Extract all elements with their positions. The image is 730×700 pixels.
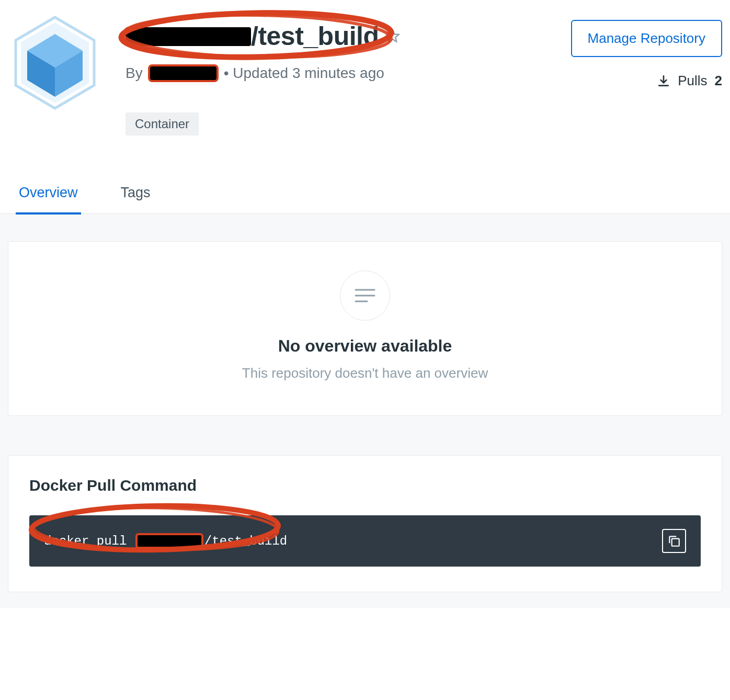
lines-icon	[355, 288, 375, 303]
pull-command-suffix: /test_build	[204, 534, 287, 548]
overview-card: No overview available This repository do…	[8, 241, 722, 416]
star-outline-icon[interactable]	[385, 29, 400, 43]
pulls-count: 2	[715, 73, 722, 89]
repo-title-suffix: /test_build	[251, 21, 379, 51]
tab-overview[interactable]: Overview	[16, 177, 81, 214]
copy-icon	[667, 534, 681, 548]
download-icon	[657, 74, 670, 88]
overview-placeholder-icon	[340, 270, 390, 321]
pull-command-text: docker pull /test_build	[44, 533, 287, 549]
title-area: /test_build By • Updated 3 minutes ago C…	[126, 10, 548, 136]
cube-icon	[10, 13, 99, 112]
repo-header: /test_build By • Updated 3 minutes ago C…	[0, 0, 730, 146]
redacted-namespace	[126, 27, 251, 46]
pulls-label: Pulls	[678, 73, 707, 89]
no-overview-title: No overview available	[29, 336, 701, 356]
redacted-pull-namespace	[135, 533, 203, 549]
updated-text: • Updated 3 minutes ago	[224, 65, 384, 82]
pull-command-card: Docker Pull Command docker pull /test_bu…	[8, 455, 722, 592]
tab-tags[interactable]: Tags	[118, 177, 154, 214]
tabs: Overview Tags	[0, 177, 730, 214]
tag-chip-container[interactable]: Container	[126, 112, 199, 136]
pull-command-box: docker pull /test_build	[29, 515, 701, 567]
pull-command-prefix: docker pull	[44, 534, 134, 548]
pulls-stat: Pulls 2	[657, 73, 722, 89]
pull-command-title: Docker Pull Command	[29, 477, 701, 494]
svg-rect-13	[672, 539, 679, 546]
redacted-author	[148, 64, 219, 82]
tag-row: Container	[126, 112, 548, 136]
svg-marker-7	[386, 30, 398, 41]
copy-command-button[interactable]	[662, 529, 686, 553]
repo-title: /test_build	[126, 21, 379, 51]
title-row: /test_build	[126, 21, 548, 51]
content: No overview available This repository do…	[0, 214, 730, 608]
header-right: Manage Repository Pulls 2	[571, 10, 722, 89]
byline-prefix: By	[126, 65, 143, 82]
byline: By • Updated 3 minutes ago	[126, 64, 548, 82]
manage-repository-button[interactable]: Manage Repository	[571, 20, 722, 57]
no-overview-subtitle: This repository doesn't have an overview	[29, 365, 701, 381]
repo-cube-icon	[8, 10, 102, 115]
